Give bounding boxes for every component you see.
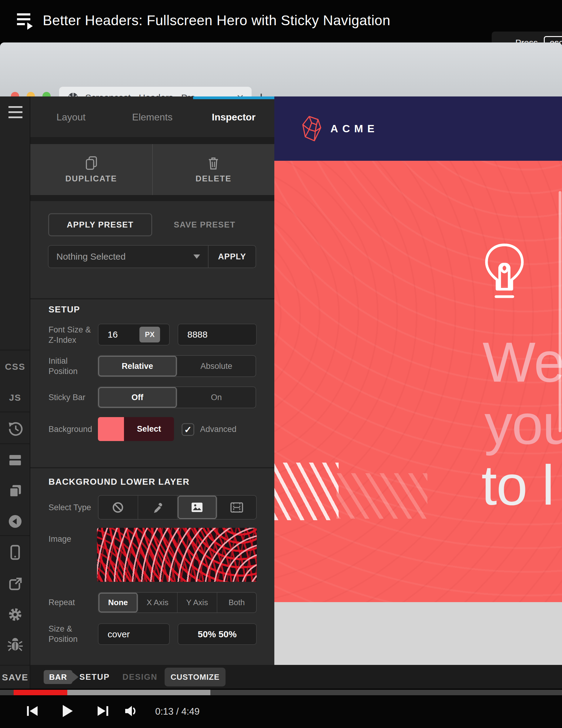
previous-video-button[interactable] [25,704,39,718]
image-icon [190,501,204,514]
background-label: Background [49,425,92,434]
video-buffer-bar [67,690,210,695]
preset-dropdown[interactable]: Nothing Selected APPLY [48,245,256,268]
volume-icon[interactable] [124,704,140,718]
hero-headline-line3: to l [481,457,554,514]
video-progress-bar[interactable] [0,690,562,695]
image-label: Image [49,534,71,544]
pages-icon[interactable] [7,483,23,499]
lightbulb-icon [478,241,531,307]
repeat-label: Repeat [49,598,75,607]
z-index-input[interactable]: 8888 [178,324,257,345]
type-video-option[interactable] [217,496,257,519]
sticky-off-option[interactable]: Off [98,387,177,408]
history-icon[interactable] [7,421,23,436]
z-index-label: Z-Index [49,335,76,345]
size-input[interactable]: cover [98,623,170,645]
initial-position-toggle: Relative Absolute [98,355,256,377]
film-icon [230,501,244,514]
sticky-bar-toggle: Off On [98,386,256,408]
repeat-x-option[interactable]: X Axis [138,593,178,612]
apply-preset-button[interactable]: APPLY PRESET [48,213,152,236]
builder-footer-bar [30,665,562,689]
next-video-button[interactable] [96,704,110,718]
site-brand[interactable]: ACME [330,123,378,135]
eyedropper-icon [151,501,164,514]
background-select-button[interactable]: Select [124,417,174,441]
type-color-option[interactable] [138,496,178,519]
trash-icon [206,156,221,170]
tab-layout[interactable]: Layout [30,96,112,138]
unit-px-button[interactable]: PX [140,327,160,342]
browser-chrome: Screencast - Headers - Pro × + tco-x.loc… [0,42,562,96]
relative-option[interactable]: Relative [98,356,177,376]
rail-item-css[interactable]: CSS [0,362,30,372]
font-size-input[interactable]: 16 PX [98,324,170,345]
hero-section: We you to l [274,161,562,602]
type-image-option[interactable] [178,496,217,519]
hero-headline-line2: you [484,396,562,453]
preview-scrollbar[interactable] [559,191,561,432]
select-type-label: Select Type [49,503,91,512]
background-color-swatch[interactable] [98,417,124,441]
none-icon [111,501,125,514]
video-player-controls [0,689,562,728]
position-input[interactable]: 50% 50% [178,623,257,645]
repeat-none-option[interactable]: None [99,593,138,612]
sticky-on-option[interactable]: On [177,387,256,408]
rail-item-js[interactable]: JS [0,393,30,403]
lower-layer-heading: BACKGROUND LOWER LAYER [49,477,190,487]
tab-elements[interactable]: Elements [112,96,193,138]
breadcrumb-bar-tag[interactable]: BAR [44,670,72,684]
collapse-circle-icon[interactable] [7,514,23,529]
save-preset-button[interactable]: SAVE PRESET [164,213,246,236]
duplicate-button[interactable]: DUPLICATE [30,144,153,195]
playlist-icon[interactable] [16,12,35,31]
menu-icon[interactable] [8,106,22,119]
font-size-label: Font Size & [49,325,91,335]
size-position-label: Size & [49,624,72,634]
video-title[interactable]: Better Headers: Fullscreen Hero with Sti… [43,12,390,29]
acme-logo-icon[interactable] [301,116,324,142]
preset-apply-button[interactable]: APPLY [209,252,256,261]
footer-design-tab[interactable]: DESIGN [123,672,158,682]
advanced-checkbox[interactable]: ✓ [182,423,194,436]
bar-element-icon[interactable] [7,452,23,468]
setup-heading: SETUP [49,305,80,315]
footer-setup-tab[interactable]: SETUP [79,672,110,682]
sticky-bar-label: Sticky Bar [49,393,86,402]
video-timestamp: 0:13 / 4:49 [155,706,200,717]
background-image-preview[interactable] [97,528,257,582]
page-preview: We you to l ACME [274,96,562,665]
debug-bug-icon[interactable] [7,638,23,653]
chevron-down-icon [194,254,200,259]
repeat-y-option[interactable]: Y Axis [178,593,217,612]
initial-position-label: Initial [49,356,68,366]
absolute-option[interactable]: Absolute [177,356,256,376]
open-external-icon[interactable] [7,576,23,592]
repeat-both-option[interactable]: Both [217,593,257,612]
hero-stripes-decor-2 [336,473,427,519]
check-icon: ✓ [184,424,192,435]
video-title-bar: Better Headers: Fullscreen Hero with Sti… [0,0,562,42]
hero-headline-line1: We [483,334,562,390]
site-navbar: ACME [274,96,562,161]
settings-gear-icon[interactable] [7,607,23,622]
type-none-option[interactable] [99,496,138,519]
mobile-preview-icon[interactable] [7,545,23,561]
delete-button[interactable]: DELETE [153,144,275,195]
initial-position-label2: Position [49,367,78,376]
save-button[interactable]: SAVE [0,672,30,683]
panel-tabs: Layout Elements Inspector [30,96,274,138]
background-type-toggle [98,495,257,520]
tab-inspector[interactable]: Inspector [193,96,274,138]
footer-customize-tab[interactable]: CUSTOMIZE [165,668,226,686]
preset-dropdown-value: Nothing Selected [56,251,126,262]
element-actions: DUPLICATE DELETE [30,144,274,195]
duplicate-icon [84,156,99,170]
video-played-bar [14,690,67,695]
hero-stripes-decor [274,463,338,520]
size-position-label2: Position [49,635,78,644]
play-button[interactable] [60,704,75,718]
repeat-toggle: None X Axis Y Axis Both [98,592,257,613]
